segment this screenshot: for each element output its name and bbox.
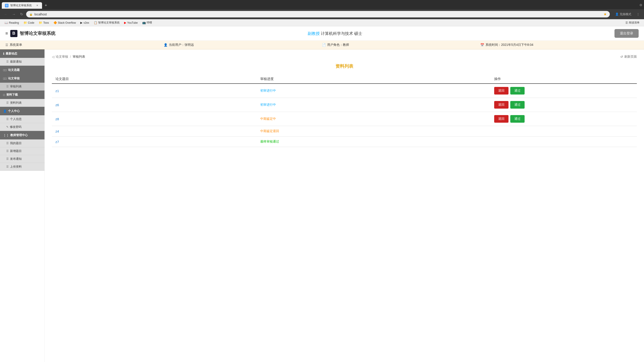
approve-button-z6[interactable]: 通过: [510, 101, 524, 109]
breadcrumb-nav-icon: ◁: [52, 55, 54, 58]
stackoverflow-icon: 🔶: [54, 21, 57, 24]
status-z4: 中期鉴定退回: [260, 129, 279, 133]
bookmark-bilibili[interactable]: 📺 哔哩: [140, 20, 154, 25]
info-bar: ☰ 系统菜单 👤 当前用户：张明远 📄 用户角色：教师 📅 系统时间：2021年…: [0, 41, 644, 49]
status-z6: 初审进行中: [260, 103, 276, 106]
table-cell-progress: 中期鉴定中: [257, 112, 490, 126]
table-cell-progress: 中期鉴定退回: [257, 126, 490, 137]
calendar-icon: 📅: [480, 43, 484, 47]
bookmark-zhibo[interactable]: 📋 智博论文审核系统: [92, 20, 122, 25]
approve-button-z8[interactable]: 通过: [510, 115, 524, 123]
bookmark-stackoverflow[interactable]: 🔶 Stack Overflow: [52, 20, 78, 25]
sidebar-item-latest-notice[interactable]: ☰ 最新通知: [0, 58, 44, 66]
bookmark-reading[interactable]: 📖 Reading: [3, 20, 21, 25]
paper-link-z4[interactable]: z4: [56, 129, 59, 133]
paper-link-z7[interactable]: z7: [56, 140, 59, 144]
bookmark-code-label: Code: [28, 21, 34, 24]
back-button[interactable]: ←: [3, 11, 9, 17]
table-row: z4中期鉴定退回: [52, 126, 637, 137]
sidebar-download-header[interactable]: □ 资料下载: [0, 90, 44, 99]
bookmark-code[interactable]: 📁 Code: [22, 20, 36, 25]
sidebar-review-header[interactable]: □□ 论文审核: [0, 74, 44, 83]
bookmark-youtube-label: YouTube: [127, 21, 138, 24]
action-buttons: 退回通过: [494, 115, 633, 123]
address-text: localhost: [34, 12, 601, 16]
sidebar-section-personal: 👤 个人中心 ☰ 个人信息 ✎ 修改密码: [0, 107, 44, 131]
paper-link-z1[interactable]: z1: [56, 89, 59, 93]
table-cell-action: [490, 126, 637, 137]
reading-icon: 📖: [4, 21, 8, 24]
table-row: z8中期鉴定中退回通过: [52, 112, 637, 126]
logo-menu-icon: ≡: [5, 31, 8, 36]
app-title: 智博论文审核系统: [20, 30, 56, 36]
breadcrumb-current: 审核列表: [73, 55, 85, 59]
bookmark-toos[interactable]: 📁 Toos: [37, 20, 50, 25]
youtube-icon: ▶: [124, 21, 126, 24]
approve-button-z1[interactable]: 通过: [510, 87, 524, 94]
browser-menu-button[interactable]: ⋮: [635, 12, 641, 17]
reading-list-label: 阅读清单: [629, 21, 640, 24]
sidebar-item-send-notice[interactable]: ☰ 发布通知: [0, 155, 44, 163]
sidebar-item-my-topics[interactable]: ☰ 我的题目: [0, 139, 44, 147]
sidebar-personal-header[interactable]: 👤 个人中心: [0, 107, 44, 115]
new-tab-button[interactable]: +: [42, 2, 50, 9]
bilibili-icon: 📺: [142, 21, 146, 24]
sidebar-latest-header[interactable]: ℹ 最新动态: [0, 49, 44, 58]
tab-bar: 智 智博论文审核系统 ✕ + ⊙: [0, 0, 644, 9]
sidebar-section-review: □□ 论文审核 ☰ 审核列表: [0, 74, 44, 90]
main-layout: ℹ 最新动态 ☰ 最新通知 □□ 论文选题 □□ 论文审核: [0, 49, 644, 362]
tab-close-button[interactable]: ✕: [35, 4, 39, 7]
latest-icon: ℹ: [3, 52, 4, 55]
sidebar-item-add-topic[interactable]: ☰ 新增题目: [0, 147, 44, 155]
sidebar-item-review-list[interactable]: ☰ 审核列表: [0, 83, 44, 90]
refresh-label: 刷新页面: [624, 55, 637, 59]
system-time-label: 系统时间：2021年5月4日下午8:04: [486, 43, 533, 47]
role-icon: 📄: [322, 43, 326, 47]
sidebar-personal-label: 个人中心: [8, 109, 20, 113]
table-cell-action: [490, 137, 637, 147]
address-input-wrap[interactable]: 🔒 localhost ★: [26, 11, 610, 17]
topic-icon: □□: [3, 68, 7, 72]
sidebar-item-personal-info[interactable]: ☰ 个人信息: [0, 115, 44, 123]
forward-button[interactable]: →: [11, 11, 17, 17]
profile-button[interactable]: 👤 无痕模式: [613, 11, 633, 17]
sidebar-teacher-header[interactable]: ⋮⋮ 教师管理中心: [0, 131, 44, 139]
logout-button[interactable]: 退出登录: [614, 29, 639, 38]
table-cell-title: z7: [52, 137, 257, 147]
reject-button-z8[interactable]: 退回: [494, 115, 508, 123]
status-z8: 中期鉴定中: [260, 117, 276, 120]
breadcrumb-separator: /: [70, 55, 71, 58]
send-notice-icon: ☰: [6, 157, 9, 160]
active-tab[interactable]: 智 智博论文审核系统 ✕: [2, 2, 42, 9]
sidebar-download-label: 资料下载: [6, 93, 18, 97]
sidebar-item-download-list[interactable]: ☰ 资料列表: [0, 99, 44, 107]
bookmark-v2ex[interactable]: ▶ v2ex: [78, 20, 91, 25]
content-area: ◁ 论文审核 / 审核列表 ↺ 刷新页面 资料列表 论文题目 审核进度: [45, 49, 644, 362]
refresh-button[interactable]: ↻: [19, 11, 24, 17]
tab-title: 智博论文审核系统: [10, 3, 34, 7]
sidebar-item-upload-material[interactable]: ☰ 上传资料: [0, 163, 44, 171]
personal-info-icon: ☰: [6, 117, 9, 121]
tab-favicon: 智: [5, 4, 8, 7]
sidebar-teacher-label: 教师管理中心: [10, 133, 28, 137]
bookmark-star-icon[interactable]: ★: [604, 12, 607, 16]
sidebar-section-latest: ℹ 最新动态 ☰ 最新通知: [0, 49, 44, 66]
download-icon: □: [3, 93, 5, 96]
sidebar-topic-header[interactable]: □□ 论文选题: [0, 66, 44, 74]
app-header: ≡ B 智博论文审核系统 副教授 计算机科学与技术 硕士 退出登录: [0, 26, 644, 41]
table-cell-progress: 初审进行中: [257, 84, 490, 98]
reading-list-icon: ☰: [626, 21, 628, 24]
paper-link-z8[interactable]: z8: [56, 117, 59, 121]
sidebar-item-change-password[interactable]: ✎ 修改密码: [0, 123, 44, 131]
refresh-button[interactable]: ↺ 刷新页面: [620, 55, 637, 59]
paper-link-z6[interactable]: z6: [56, 103, 59, 107]
reject-button-z1[interactable]: 退回: [494, 87, 508, 94]
table-cell-action: 退回通过: [490, 98, 637, 112]
reading-list-button[interactable]: ☰ 阅读清单: [624, 20, 641, 25]
table-cell-progress: 最终审核通过: [257, 137, 490, 147]
table-cell-action: 退回通过: [490, 84, 637, 98]
review-icon: □□: [3, 77, 7, 80]
reject-button-z6[interactable]: 退回: [494, 101, 508, 109]
status-z7: 最终审核通过: [260, 140, 279, 143]
bookmark-youtube[interactable]: ▶ YouTube: [122, 20, 140, 25]
